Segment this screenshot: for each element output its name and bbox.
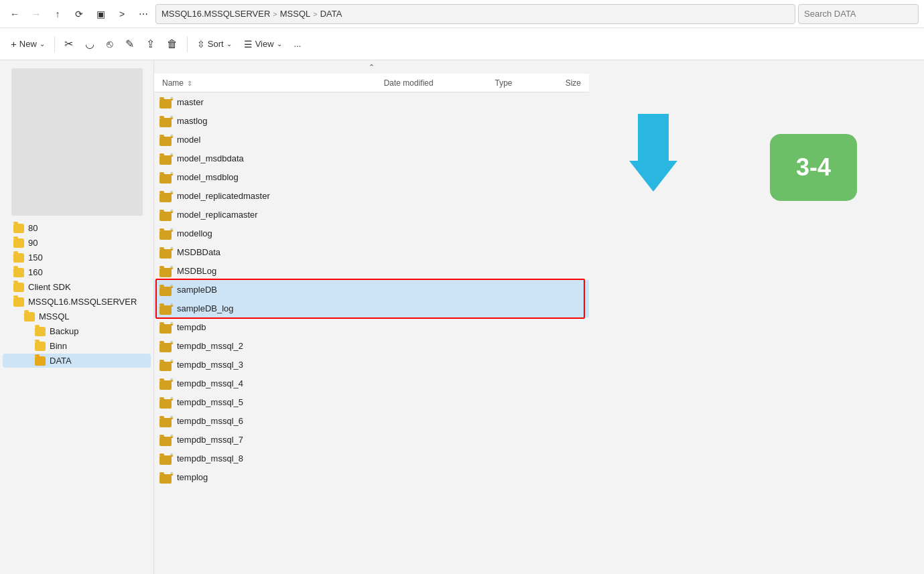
paste-icon: ⎋	[107, 38, 113, 50]
sidebar-item-data[interactable]: DATA	[3, 354, 151, 368]
more-icon: ...	[294, 39, 302, 49]
sidebar-item-client-sdk[interactable]: Client SDK	[3, 280, 151, 294]
cut-button[interactable]: ✂	[59, 33, 78, 56]
collapse-icon[interactable]: ⌃	[369, 63, 375, 72]
file-icon: 🔒	[159, 395, 174, 409]
table-row[interactable]: 🔒modellog	[154, 224, 589, 242]
table-row[interactable]: 🔒model_msdbdata	[154, 149, 589, 167]
file-icon: 🔒	[159, 264, 174, 277]
file-name: tempdb_mssql_5	[177, 397, 414, 407]
back-button[interactable]: ←	[5, 5, 24, 23]
table-row[interactable]: 🔒tempdb_mssql_7	[154, 430, 589, 449]
location-icon-button[interactable]: ▣	[91, 5, 110, 23]
paste-button[interactable]: ⎋	[101, 33, 119, 56]
table-row[interactable]: 🔒tempdb_mssql_5	[154, 392, 589, 411]
table-row[interactable]: 🔒sampleDB_log	[154, 299, 589, 317]
lock-icon: 🔒	[168, 320, 174, 326]
table-row[interactable]: 🔒MSDBData	[154, 242, 589, 261]
table-row[interactable]: 🔒mastlog	[154, 111, 589, 130]
sidebar-item-80[interactable]: 80	[3, 221, 151, 235]
col-name-header[interactable]: Name ⇕	[159, 78, 381, 88]
table-row[interactable]: 🔒model_msdblog	[154, 167, 589, 186]
table-row[interactable]: 🔒tempdb_mssql_3	[154, 355, 589, 374]
folder-icon	[35, 342, 46, 351]
file-name: sampleDB_log	[177, 303, 414, 313]
file-name: tempdb_mssql_3	[177, 360, 414, 370]
lock-icon: 🔒	[168, 339, 174, 345]
delete-button[interactable]: 🗑	[161, 33, 183, 56]
table-row[interactable]: 🔒tempdb_mssql_6	[154, 411, 589, 430]
rename-button[interactable]: ✎	[120, 33, 139, 56]
sort-button[interactable]: ⇳ Sort ⌄	[192, 33, 237, 56]
folder-icon	[35, 356, 46, 366]
table-row[interactable]: 🔒templog	[154, 468, 589, 486]
more-options-button[interactable]: ...	[289, 33, 307, 56]
table-row[interactable]: 🔒MSDBLog	[154, 261, 589, 280]
breadcrumb-sep-1: >	[273, 10, 277, 18]
sidebar-item-90[interactable]: 90	[3, 236, 151, 250]
col-type-header[interactable]: Type	[492, 78, 563, 88]
sidebar-item-150[interactable]: 150	[3, 250, 151, 265]
view-button[interactable]: ☰ View ⌄	[239, 33, 287, 56]
step-badge: 3-4	[770, 134, 857, 201]
sidebar-item-binn[interactable]: Binn	[3, 339, 151, 353]
file-icon: 🔒	[159, 283, 174, 296]
table-row[interactable]: 🔒tempdb	[154, 317, 589, 336]
sidebar-item-backup[interactable]: Backup	[3, 324, 151, 338]
file-name: tempdb_mssql_6	[177, 416, 414, 426]
file-icon: 🔒	[159, 226, 174, 240]
folder-icon	[13, 283, 24, 292]
sidebar-preview	[11, 68, 143, 216]
table-row[interactable]: 🔒sampleDB	[154, 280, 589, 299]
sidebar-item-160[interactable]: 160	[3, 265, 151, 279]
sidebar-item-label: 150	[28, 253, 43, 263]
table-row[interactable]: 🔒tempdb_mssql_4	[154, 374, 589, 392]
expand-button[interactable]: >	[113, 5, 131, 23]
folder-icon	[24, 312, 35, 321]
sidebar-item-mssql16[interactable]: MSSQL16.MSSQLSERVER	[3, 295, 151, 309]
new-button[interactable]: + New ⌄	[5, 33, 50, 56]
lock-icon: 🔒	[168, 358, 174, 364]
file-icon: 🔒	[159, 320, 174, 334]
lock-icon: 🔒	[168, 470, 174, 476]
file-icon: 🔒	[159, 133, 174, 146]
sidebar-item-label: Binn	[50, 341, 67, 351]
file-name: tempdb_mssql_8	[177, 453, 414, 463]
file-icon: 🔒	[159, 451, 174, 465]
copy-button[interactable]: ◡	[80, 33, 100, 56]
col-date-header[interactable]: Date modified	[381, 78, 492, 88]
search-input[interactable]	[798, 4, 919, 24]
file-name: model_msdblog	[177, 172, 414, 182]
table-row[interactable]: 🔒model_replicatedmaster	[154, 186, 589, 205]
refresh-button[interactable]: ⟳	[70, 5, 88, 23]
sort-chevron-icon: ⌄	[226, 40, 232, 48]
table-row[interactable]: 🔒master	[154, 92, 589, 111]
folder-icon	[13, 224, 24, 233]
table-row[interactable]: 🔒model_replicamaster	[154, 205, 589, 224]
col-size-header[interactable]: Size	[563, 78, 584, 88]
lock-icon: 🔒	[168, 395, 174, 401]
table-row[interactable]: 🔒tempdb_mssql_2	[154, 336, 589, 355]
lock-icon: 🔒	[168, 226, 174, 232]
sidebar-item-label: Backup	[50, 326, 78, 336]
sidebar-items-container: 8090150160Client SDKMSSQL16.MSSQLSERVERM…	[0, 221, 153, 368]
folder-icon	[13, 297, 24, 307]
sort-icon: ⇳	[197, 39, 205, 50]
sidebar-item-mssql[interactable]: MSSQL	[3, 309, 151, 324]
table-row[interactable]: 🔒tempdb_mssql_8	[154, 449, 589, 468]
more-locations-button[interactable]: ⋯	[134, 5, 153, 23]
main-layout: 8090150160Client SDKMSSQL16.MSSQLSERVERM…	[0, 60, 924, 574]
file-name: mastlog	[177, 116, 414, 126]
file-icon: 🔒	[159, 245, 174, 259]
up-button[interactable]: ↑	[48, 5, 67, 23]
forward-button[interactable]: →	[27, 5, 46, 23]
lock-icon: 🔒	[168, 414, 174, 420]
folder-icon	[13, 268, 24, 277]
sort-label: Sort	[208, 39, 224, 49]
right-panel: 3-4	[589, 60, 924, 574]
table-row[interactable]: 🔒model	[154, 130, 589, 149]
file-icon: 🔒	[159, 433, 174, 446]
lock-icon: 🔒	[168, 133, 174, 139]
sidebar: 8090150160Client SDKMSSQL16.MSSQLSERVERM…	[0, 60, 154, 574]
share-button[interactable]: ⇪	[141, 33, 160, 56]
